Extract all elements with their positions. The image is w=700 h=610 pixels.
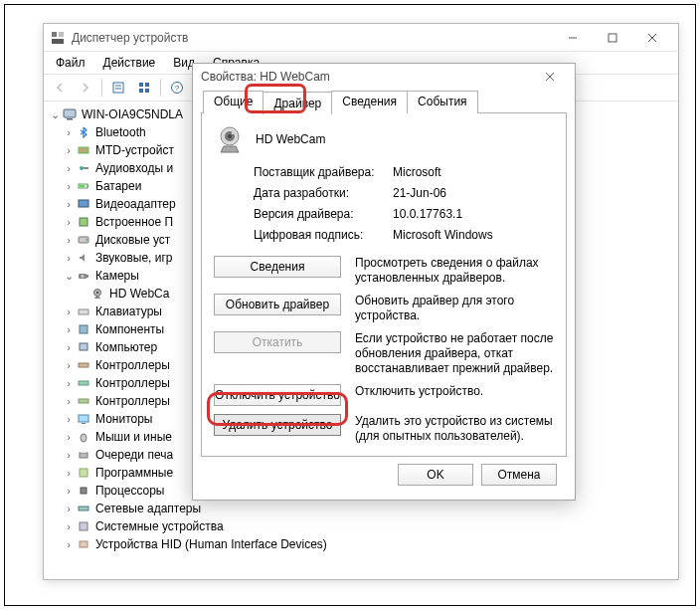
tree-item[interactable]: Компоненты (95, 320, 164, 338)
expand-toggle[interactable]: › (62, 195, 76, 213)
svg-rect-1 (59, 32, 64, 37)
expand-toggle[interactable]: › (62, 213, 76, 231)
disable-device-button[interactable]: Отключить устройство (214, 384, 341, 406)
tree-item[interactable]: Очереди печа (95, 446, 173, 464)
svg-rect-45 (81, 488, 87, 494)
tree-item[interactable]: Встроенное П (95, 213, 173, 231)
network-icon (76, 501, 91, 516)
maximize-button[interactable] (593, 26, 632, 50)
label-date: Дата разработки: (254, 186, 393, 200)
expand-toggle[interactable]: › (62, 303, 76, 320)
expand-toggle[interactable]: › (62, 535, 76, 553)
svg-point-54 (232, 132, 235, 134)
svg-rect-10 (139, 83, 143, 87)
tree-item-webcam[interactable]: HD WebCa (109, 285, 169, 303)
firmware-icon (76, 214, 91, 230)
svg-rect-12 (139, 89, 143, 93)
value-date: 21-Jun-06 (393, 186, 554, 200)
update-driver-button[interactable]: Обновить драйвер (214, 294, 341, 315)
mouse-icon (76, 429, 91, 445)
tree-item[interactable]: MTD-устройст (95, 141, 174, 159)
tree-item[interactable]: Видеоадаптер (95, 195, 176, 213)
rollback-driver-button: Откатить (214, 331, 341, 353)
expand-toggle[interactable]: › (62, 500, 76, 517)
tree-item[interactable]: Контроллеры (95, 392, 170, 410)
tree-item[interactable]: Процессоры (95, 482, 165, 500)
close-icon[interactable] (533, 66, 567, 88)
label-version: Версия драйвера: (254, 207, 393, 221)
expand-toggle[interactable]: › (62, 517, 76, 535)
tree-item[interactable]: Мыши и иные (95, 428, 172, 446)
driver-details-button[interactable]: Сведения (214, 256, 341, 278)
controller-icon (76, 375, 91, 391)
svg-rect-4 (609, 34, 616, 42)
expand-toggle[interactable]: › (62, 410, 76, 428)
expand-toggle[interactable]: › (62, 141, 76, 159)
expand-toggle[interactable]: › (62, 356, 76, 374)
svg-point-19 (80, 166, 84, 170)
tab-driver[interactable]: Драйвер (262, 92, 332, 114)
bluetooth-icon (76, 124, 91, 140)
menu-file[interactable]: Файл (48, 54, 93, 72)
tree-item[interactable]: Компьютер (95, 338, 157, 356)
tree-item[interactable]: Программные (95, 464, 173, 482)
dm-titlebar: Диспетчер устройств (44, 24, 678, 52)
expand-toggle[interactable]: › (62, 177, 76, 195)
remove-device-button[interactable]: Удалить устройство (214, 414, 341, 436)
tree-item[interactable]: Мониторы (95, 410, 152, 428)
expand-toggle[interactable]: › (62, 249, 76, 267)
minimize-button[interactable] (553, 26, 593, 50)
svg-rect-48 (80, 541, 88, 547)
tree-item[interactable]: Аудиовходы и (95, 159, 173, 177)
cancel-button[interactable]: Отмена (481, 464, 557, 486)
tree-item[interactable]: Батареи (95, 177, 141, 195)
tree-item[interactable]: Bluetooth (95, 123, 146, 141)
menu-action[interactable]: Действие (95, 54, 164, 72)
tab-details[interactable]: Сведения (331, 91, 408, 113)
expand-toggle[interactable]: › (62, 482, 76, 500)
expand-toggle[interactable]: › (62, 392, 76, 410)
toolbar-view-icon[interactable] (132, 77, 156, 99)
close-button[interactable] (632, 26, 672, 50)
expand-toggle[interactable]: › (62, 231, 76, 249)
expand-toggle[interactable]: ⌄ (62, 267, 76, 285)
svg-rect-17 (67, 118, 73, 120)
expand-toggle[interactable]: › (62, 374, 76, 392)
svg-rect-39 (79, 415, 88, 422)
expand-toggle[interactable]: › (62, 159, 76, 177)
system-icon (76, 518, 91, 534)
svg-point-41 (81, 434, 87, 442)
monitor-icon (76, 411, 91, 427)
expand-toggle[interactable]: › (62, 428, 76, 446)
svg-rect-25 (80, 218, 88, 226)
toolbar-help-icon[interactable]: ? (165, 77, 189, 99)
tree-item[interactable]: Контроллеры (95, 356, 170, 374)
computer-icon (62, 106, 78, 122)
svg-point-27 (86, 239, 88, 241)
tree-item[interactable]: Системные устройства (95, 517, 224, 535)
tree-item[interactable]: Клавиатуры (95, 303, 162, 320)
tree-item[interactable]: Звуковые, игр (95, 249, 173, 267)
expand-toggle[interactable]: › (62, 320, 76, 338)
tree-item[interactable]: Контроллеры (95, 374, 170, 392)
tree-root[interactable]: WIN-OIA9C5NDLA (82, 105, 183, 123)
tab-general[interactable]: Общие (203, 91, 263, 113)
prop-titlebar: Свойства: HD WebCam (193, 64, 575, 90)
expand-toggle[interactable]: › (62, 338, 76, 356)
tree-item[interactable]: Дисковые уст (95, 231, 170, 249)
tree-item-cameras[interactable]: Камеры (95, 267, 139, 285)
remove-device-desc: Удалить это устройство из системы (для о… (355, 414, 554, 444)
ok-button[interactable]: OK (398, 464, 473, 486)
toolbar-back-icon[interactable] (48, 77, 72, 99)
tab-events[interactable]: События (407, 91, 478, 113)
toolbar-detail-icon[interactable] (106, 77, 130, 99)
tree-item[interactable]: Устройства HID (Human Interface Devices) (95, 535, 327, 553)
expand-toggle[interactable]: › (62, 446, 76, 464)
tree-item[interactable]: Сетевые адаптеры (95, 500, 201, 517)
toolbar-forward-icon[interactable] (74, 77, 97, 99)
expand-toggle[interactable]: › (62, 123, 76, 141)
label-provider: Поставщик драйвера: (254, 165, 393, 179)
update-driver-desc: Обновить драйвер для этого устройства. (355, 294, 554, 323)
expand-toggle[interactable]: ⌄ (48, 105, 62, 123)
expand-toggle[interactable]: › (62, 464, 76, 482)
